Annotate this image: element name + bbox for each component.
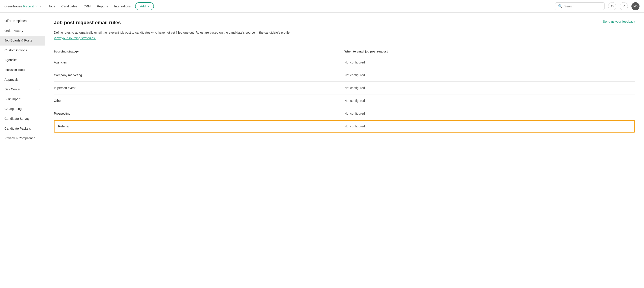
sidebar-item-agencies[interactable]: Agencies <box>0 55 45 65</box>
table-header: Sourcing strategy When to email job post… <box>54 47 635 56</box>
status-agencies: Not configured <box>344 60 635 64</box>
settings-button[interactable]: ⚙ <box>608 2 616 10</box>
add-button-label: Add <box>140 4 146 8</box>
feedback-link[interactable]: Send us your feedback <box>603 20 635 23</box>
status-company-marketing: Not configured <box>344 73 635 77</box>
logo[interactable]: greenhouse Recruiting ▾ <box>4 4 41 8</box>
sidebar: Offer Templates Order History Job Boards… <box>0 12 45 288</box>
search-icon: 🔍 <box>558 4 562 8</box>
sidebar-item-dev-center-label: Dev Center <box>4 87 20 92</box>
top-navigation: greenhouse Recruiting ▾ Jobs Candidates … <box>0 0 644 12</box>
search-box[interactable]: 🔍 <box>555 2 604 10</box>
sidebar-item-inclusion-tools[interactable]: Inclusion Tools <box>0 65 45 75</box>
nav-right: 🔍 ⚙ ? MS <box>555 2 640 10</box>
search-input[interactable] <box>564 4 602 8</box>
strategy-agencies: Agencies <box>54 60 344 64</box>
page-header: Job post request email rules Send us you… <box>54 20 635 26</box>
help-button[interactable]: ? <box>620 2 628 10</box>
logo-product: Recruiting <box>23 4 38 8</box>
nav-crm[interactable]: CRM <box>84 4 91 8</box>
status-other: Not configured <box>344 99 635 102</box>
avatar[interactable]: MS <box>632 2 640 10</box>
sidebar-item-candidate-packets[interactable]: Candidate Packets <box>0 124 45 134</box>
strategy-company-marketing: Company marketing <box>54 73 344 77</box>
nav-reports[interactable]: Reports <box>97 4 108 8</box>
sidebar-item-dev-center[interactable]: Dev Center › <box>0 84 45 94</box>
page-layout: Offer Templates Order History Job Boards… <box>0 12 644 288</box>
nav-candidates[interactable]: Candidates <box>61 4 77 8</box>
nav-integrations[interactable]: Integrations <box>114 4 130 8</box>
sidebar-item-custom-options[interactable]: Custom Options <box>0 46 45 56</box>
sidebar-item-offer-templates[interactable]: Offer Templates <box>0 16 45 26</box>
main-content: Job post request email rules Send us you… <box>45 12 644 288</box>
logo-brand: greenhouse <box>4 4 22 8</box>
sourcing-strategies-link[interactable]: View your sourcing strategies. <box>54 36 96 40</box>
status-referral: Not configured <box>344 124 631 128</box>
nav-links: Jobs Candidates CRM Reports Integrations <box>48 4 131 8</box>
col-header-strategy: Sourcing strategy <box>54 50 344 53</box>
sidebar-item-candidate-survey[interactable]: Candidate Survey <box>0 114 45 124</box>
sidebar-item-dev-center-arrow-icon: › <box>39 87 40 92</box>
strategy-prospecting: Prospecting <box>54 112 344 115</box>
add-button[interactable]: Add ▾ <box>135 2 154 10</box>
sidebar-item-bulk-import[interactable]: Bulk Import <box>0 94 45 104</box>
page-description: Define rules to automatically email the … <box>54 30 635 35</box>
table-row: Other Not configured <box>54 94 635 107</box>
rules-table: Sourcing strategy When to email job post… <box>54 47 635 132</box>
strategy-other: Other <box>54 99 344 102</box>
status-in-person-event: Not configured <box>344 86 635 90</box>
status-prospecting: Not configured <box>344 112 635 115</box>
strategy-in-person-event: In person event <box>54 86 344 90</box>
sidebar-item-change-log[interactable]: Change Log <box>0 104 45 114</box>
sidebar-item-order-history[interactable]: Order History <box>0 26 45 36</box>
sidebar-item-job-boards-posts[interactable]: Job Boards & Posts <box>0 36 45 46</box>
nav-jobs[interactable]: Jobs <box>48 4 55 8</box>
help-icon: ? <box>623 4 625 8</box>
table-row: Agencies Not configured <box>54 56 635 69</box>
table-row: Company marketing Not configured <box>54 69 635 82</box>
page-title: Job post request email rules <box>54 20 121 26</box>
settings-icon: ⚙ <box>610 4 614 8</box>
sidebar-item-approvals[interactable]: Approvals <box>0 75 45 85</box>
table-row: In person event Not configured <box>54 82 635 94</box>
sidebar-item-privacy-compliance[interactable]: Privacy & Compliance <box>0 134 45 143</box>
strategy-referral: Referral <box>58 124 344 128</box>
table-row-highlighted[interactable]: Referral Not configured <box>54 120 635 132</box>
add-button-chevron-icon: ▾ <box>148 4 149 8</box>
table-row: Prospecting Not configured <box>54 107 635 120</box>
logo-chevron-icon: ▾ <box>40 5 41 8</box>
col-header-when: When to email job post request <box>344 50 635 53</box>
